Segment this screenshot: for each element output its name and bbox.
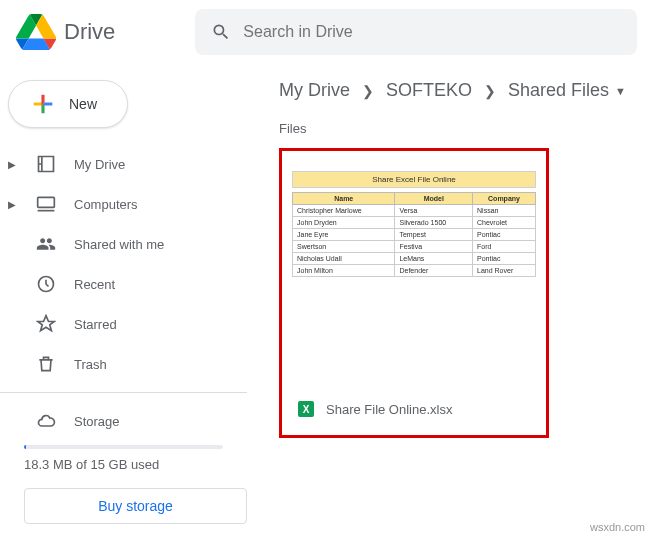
chevron-right-icon: ▶ (6, 199, 18, 210)
svg-rect-0 (38, 197, 55, 207)
table-row: Jane EyreTempestPontiac (293, 229, 536, 241)
chevron-right-icon: ❯ (362, 83, 374, 99)
table-row: John MiltonDefenderLand Rover (293, 265, 536, 277)
my-drive-icon (36, 154, 56, 174)
sidebar: New ▶ My Drive ▶ Computers Shared with m… (0, 64, 255, 539)
cloud-icon (36, 411, 56, 431)
table-row: SwertsonFestivaFord (293, 241, 536, 253)
sidebar-item-recent[interactable]: Recent (0, 264, 247, 304)
new-button[interactable]: New (8, 80, 128, 128)
drive-logo-icon (16, 12, 56, 52)
sidebar-item-label: Shared with me (74, 237, 164, 252)
sidebar-item-starred[interactable]: Starred (0, 304, 247, 344)
app-title: Drive (64, 19, 115, 45)
table-row: John DrydenSilverado 1500Chevrolet (293, 217, 536, 229)
buy-storage-button[interactable]: Buy storage (24, 488, 247, 524)
sidebar-item-label: Recent (74, 277, 115, 292)
file-thumbnail: Share Excel File Online Name Model Compa… (292, 171, 536, 277)
crumb-softeko[interactable]: SOFTEKO (386, 80, 472, 101)
sidebar-item-label: Storage (74, 414, 120, 429)
crumb-shared-files[interactable]: Shared Files ▼ (508, 80, 626, 101)
recent-icon (36, 274, 56, 294)
excel-icon: X (298, 401, 314, 417)
thumb-table: Name Model Company Christopher MarloweVe… (292, 192, 536, 277)
main: New ▶ My Drive ▶ Computers Shared with m… (0, 64, 653, 539)
file-footer: X Share File Online.xlsx (292, 393, 536, 425)
file-name: Share File Online.xlsx (326, 402, 452, 417)
sidebar-item-label: My Drive (74, 157, 125, 172)
file-card[interactable]: Share Excel File Online Name Model Compa… (279, 148, 549, 438)
storage-bar (24, 445, 223, 449)
table-row: Christopher MarloweVersaNissan (293, 205, 536, 217)
sidebar-item-storage[interactable]: Storage (0, 401, 247, 441)
search-icon (211, 22, 231, 42)
chevron-down-icon: ▼ (615, 85, 626, 97)
star-icon (36, 314, 56, 334)
trash-icon (36, 354, 56, 374)
thumb-title: Share Excel File Online (292, 171, 536, 188)
sidebar-item-computers[interactable]: ▶ Computers (0, 184, 247, 224)
header: Drive (0, 0, 653, 64)
sidebar-item-label: Trash (74, 357, 107, 372)
logo-area[interactable]: Drive (16, 12, 115, 52)
content: My Drive ❯ SOFTEKO ❯ Shared Files ▼ File… (255, 64, 653, 539)
crumb-my-drive[interactable]: My Drive (279, 80, 350, 101)
search-input[interactable] (243, 23, 621, 41)
chevron-right-icon: ❯ (484, 83, 496, 99)
section-label: Files (279, 121, 629, 136)
sidebar-item-shared[interactable]: Shared with me (0, 224, 247, 264)
shared-icon (36, 234, 56, 254)
sidebar-item-my-drive[interactable]: ▶ My Drive (0, 144, 247, 184)
computers-icon (36, 194, 56, 214)
search-bar[interactable] (195, 9, 637, 55)
sidebar-item-trash[interactable]: Trash (0, 344, 247, 384)
table-row: Nicholas UdallLeMansPontiac (293, 253, 536, 265)
divider (0, 392, 247, 393)
storage-text: 18.3 MB of 15 GB used (24, 457, 247, 472)
plus-icon (29, 90, 57, 118)
sidebar-item-label: Starred (74, 317, 117, 332)
sidebar-item-label: Computers (74, 197, 138, 212)
new-button-label: New (69, 96, 97, 112)
breadcrumb: My Drive ❯ SOFTEKO ❯ Shared Files ▼ (279, 80, 629, 101)
chevron-right-icon: ▶ (6, 159, 18, 170)
watermark: wsxdn.com (590, 521, 645, 533)
